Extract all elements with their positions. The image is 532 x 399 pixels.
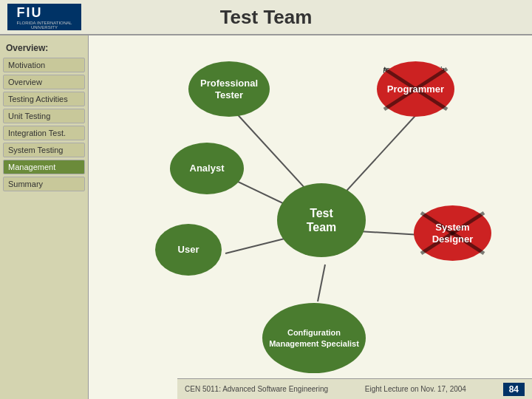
- sidebar-section-header: Overview:: [3, 41, 85, 55]
- node-analyst: Analyst: [170, 143, 244, 194]
- svg-line-0: [233, 109, 314, 198]
- sidebar-item-overview[interactable]: Overview: [3, 75, 85, 89]
- logo-area: FIU FLORIDA INTERNATIONALUNIVERSITY: [7, 4, 81, 30]
- svg-line-4: [358, 231, 421, 235]
- sidebar: Overview: Motivation Overview Testing Ac…: [0, 35, 89, 399]
- page-title: Test Team: [220, 6, 313, 29]
- footer-lecture: Eight Lecture on Nov. 17, 2004: [365, 385, 466, 393]
- svg-line-5: [318, 265, 325, 301]
- fiu-logo: FIU FLORIDA INTERNATIONALUNIVERSITY: [7, 4, 81, 30]
- sidebar-item-system-testing[interactable]: System Testing: [3, 143, 85, 157]
- sidebar-item-management[interactable]: Management: [3, 160, 85, 174]
- node-test-team: TestTeam: [277, 183, 366, 257]
- sidebar-item-unit-testing[interactable]: Unit Testing: [3, 109, 85, 123]
- sidebar-item-summary[interactable]: Summary: [3, 177, 85, 191]
- content-area: too familiar with code Professional Test…: [89, 35, 532, 399]
- footer: CEN 5011: Advanced Software Engineering …: [177, 378, 532, 399]
- fiu-logo-sub: FLORIDA INTERNATIONALUNIVERSITY: [17, 21, 72, 30]
- node-config-specialist: Configuration Management Specialist: [262, 303, 366, 373]
- node-system-designer: SystemDesigner: [414, 205, 491, 261]
- sidebar-item-testing-activities[interactable]: Testing Activities: [3, 92, 85, 106]
- sidebar-item-motivation[interactable]: Motivation: [3, 58, 85, 72]
- node-programmer: Programmer: [377, 61, 454, 117]
- node-professional-tester: Professional Tester: [188, 61, 270, 117]
- node-user: User: [155, 224, 222, 276]
- main-layout: Overview: Motivation Overview Testing Ac…: [0, 35, 532, 399]
- header: FIU FLORIDA INTERNATIONALUNIVERSITY Test…: [0, 0, 532, 35]
- fiu-logo-text: FIU: [17, 5, 72, 21]
- svg-line-1: [340, 109, 421, 198]
- footer-page-number: 84: [503, 383, 525, 396]
- sidebar-item-integration-test[interactable]: Integration Test.: [3, 126, 85, 140]
- footer-course: CEN 5011: Advanced Software Engineering: [185, 385, 328, 393]
